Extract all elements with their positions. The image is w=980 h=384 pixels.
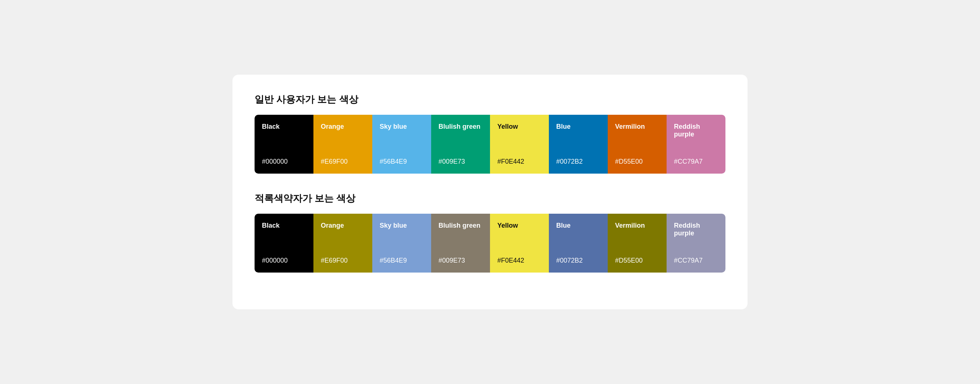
color-cell-2: Sky blue#56B4E9	[372, 214, 431, 273]
color-hex-7: #CC79A7	[674, 257, 718, 265]
color-cell-4: Yellow#F0E442	[490, 214, 549, 273]
color-cell-6: Vermilion#D55E00	[608, 115, 667, 174]
color-cell-2: Sky blue#56B4E9	[372, 115, 431, 174]
color-cell-5: Blue#0072B2	[549, 214, 608, 273]
color-hex-0: #000000	[262, 158, 306, 165]
color-name-0: Black	[262, 123, 306, 130]
color-name-2: Sky blue	[380, 123, 424, 130]
color-name-1: Orange	[321, 222, 365, 230]
color-name-3: Blulish green	[439, 222, 483, 230]
color-cell-7: Reddish purple#CC79A7	[667, 115, 725, 174]
color-hex-1: #E69F00	[321, 257, 365, 265]
color-hex-5: #0072B2	[556, 158, 600, 165]
color-hex-3: #009E73	[439, 158, 483, 165]
section2-color-row: Black#000000Orange#E69F00Sky blue#56B4E9…	[255, 214, 725, 273]
color-hex-5: #0072B2	[556, 257, 600, 265]
color-name-7: Reddish purple	[674, 123, 718, 138]
color-hex-2: #56B4E9	[380, 257, 424, 265]
color-name-4: Yellow	[497, 222, 541, 230]
color-name-5: Blue	[556, 123, 600, 130]
color-name-1: Orange	[321, 123, 365, 130]
color-cell-1: Orange#E69F00	[313, 115, 372, 174]
color-cell-0: Black#000000	[255, 115, 313, 174]
section2-title: 적록색약자가 보는 색상	[255, 192, 725, 205]
color-hex-1: #E69F00	[321, 158, 365, 165]
color-name-6: Vermilion	[615, 123, 659, 130]
color-name-0: Black	[262, 222, 306, 230]
color-hex-6: #D55E00	[615, 257, 659, 265]
color-cell-4: Yellow#F0E442	[490, 115, 549, 174]
color-name-4: Yellow	[497, 123, 541, 130]
color-hex-2: #56B4E9	[380, 158, 424, 165]
section1-title: 일반 사용자가 보는 색상	[255, 93, 725, 106]
color-hex-7: #CC79A7	[674, 158, 718, 165]
color-cell-5: Blue#0072B2	[549, 115, 608, 174]
color-hex-3: #009E73	[439, 257, 483, 265]
color-name-7: Reddish purple	[674, 222, 718, 237]
color-name-6: Vermilion	[615, 222, 659, 230]
color-name-5: Blue	[556, 222, 600, 230]
main-card: 일반 사용자가 보는 색상 Black#000000Orange#E69F00S…	[232, 75, 748, 309]
color-hex-6: #D55E00	[615, 158, 659, 165]
color-name-3: Blulish green	[439, 123, 483, 130]
color-hex-4: #F0E442	[497, 257, 541, 265]
color-cell-7: Reddish purple#CC79A7	[667, 214, 725, 273]
color-cell-0: Black#000000	[255, 214, 313, 273]
color-cell-3: Blulish green#009E73	[431, 115, 490, 174]
color-cell-1: Orange#E69F00	[313, 214, 372, 273]
color-hex-4: #F0E442	[497, 158, 541, 165]
color-name-2: Sky blue	[380, 222, 424, 230]
color-hex-0: #000000	[262, 257, 306, 265]
color-cell-6: Vermilion#D55E00	[608, 214, 667, 273]
color-cell-3: Blulish green#009E73	[431, 214, 490, 273]
section1-color-row: Black#000000Orange#E69F00Sky blue#56B4E9…	[255, 115, 725, 174]
